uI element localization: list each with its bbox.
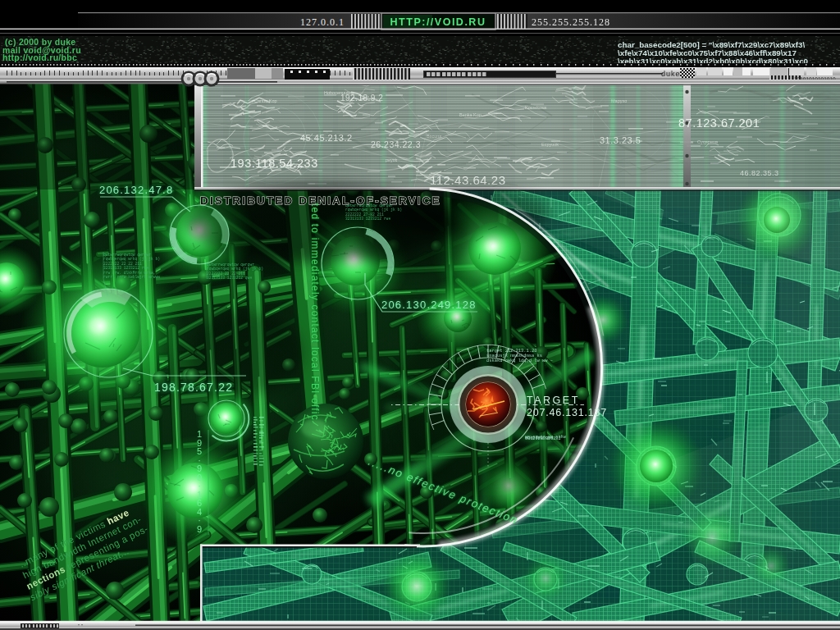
svg-text:206.130.249.128: 206.130.249.128 bbox=[381, 299, 477, 311]
svg-text:207.46.131.137: 207.46.131.137 bbox=[527, 407, 607, 418]
svg-text:rqwbqerqwq wrkq (jk jk b): rqwbqerqwq wrkq (jk jk b) bbox=[345, 208, 402, 212]
svg-text:TARGET: TARGET bbox=[527, 395, 580, 406]
svg-text:112.43.64.23: 112.43.64.23 bbox=[430, 173, 505, 187]
svg-text:32313133 1233212 qwe: 32313133 1233212 qwe bbox=[207, 276, 252, 280]
svg-text:ted to immediately contact loc: ted to immediately contact local FBI off… bbox=[309, 203, 321, 421]
svg-text:qwtwrrwqrqwtqw qwrqwr: qwtwrrwqrqwtqw qwrqwr bbox=[103, 253, 151, 257]
svg-text:rqwbqerqwq wrkq (jk jk b): rqwbqerqwq wrkq (jk jk b) bbox=[207, 267, 263, 271]
svg-text:2222222 22 22 211: 2222222 22 22 211 bbox=[207, 272, 245, 276]
svg-text:45.45.213.2: 45.45.213.2 bbox=[300, 133, 353, 143]
svg-text:32313133 1233212 rwe: 32313133 1233212 rwe bbox=[103, 266, 148, 270]
svg-text:9: 9 bbox=[197, 524, 202, 534]
svg-text:31.3.23.5: 31.3.23.5 bbox=[600, 135, 641, 145]
svg-text:193.118.54.233: 193.118.54.233 bbox=[231, 157, 318, 170]
svg-text:HTTP://VOID.RU: HTTP://VOID.RU bbox=[390, 16, 486, 28]
svg-text:snadusjk nmaskdmsa ks: snadusjk nmaskdmsa ks bbox=[486, 354, 542, 358]
svg-text:target 212.213.1.23: target 212.213.1.23 bbox=[486, 349, 536, 354]
svg-text:26.234.22.3: 26.234.22.3 bbox=[371, 139, 421, 149]
svg-text:duke: duke bbox=[661, 70, 681, 78]
svg-text:qwtwrrwqrqwtqw qwrqwr: qwtwrrwqrqwtqw qwrqwr bbox=[207, 262, 254, 267]
svg-text:2222222 27-82 211: 2222222 27-82 211 bbox=[345, 212, 384, 217]
svg-text:rwrrl rrrw kwblwjrh wrwww: rwrrl rrrw kwblwjrh wrwww bbox=[103, 275, 160, 279]
svg-text:87.123.67.201: 87.123.67.201 bbox=[678, 116, 760, 130]
svg-text:46.82.35.3: 46.82.35.3 bbox=[740, 169, 779, 177]
svg-text:DISTRIBUTED DENIAL-OF-SERVICE: DISTRIBUTED DENIAL-OF-SERVICE bbox=[200, 194, 441, 207]
svg-text:206.132.47.8: 206.132.47.8 bbox=[99, 184, 173, 196]
svg-text:http://void.ru/bbc: http://void.ru/bbc bbox=[2, 52, 77, 62]
svg-text:127.0.0.1: 127.0.0.1 bbox=[300, 16, 345, 28]
svg-text:00620298020282: 00620298020282 bbox=[525, 436, 561, 441]
svg-text:255.255.255.128: 255.255.255.128 bbox=[532, 16, 610, 28]
svg-text:" ": " " bbox=[78, 623, 83, 628]
svg-text:192.18.9.2: 192.18.9.2 bbox=[340, 94, 383, 103]
svg-text:dskakd owkq ldq,d lw ww –: dskakd owkq ldq,d lw ww – bbox=[486, 358, 553, 363]
svg-text:rqwbqerqwq wrkq (jk jk b): rqwbqerqwq wrkq (jk jk b) bbox=[103, 257, 160, 261]
svg-text:198.78.67.22: 198.78.67.22 bbox=[154, 381, 233, 394]
svg-text:32313133 1233212 rwe: 32313133 1233212 rwe bbox=[345, 217, 390, 221]
svg-text:rrw rrw. dlkkMrrw wrsw,: rrw rrw. dlkkMrrw wrsw, bbox=[103, 271, 155, 275]
svg-text:2222222 22 22 211: 2222222 22 22 211 bbox=[103, 262, 142, 266]
